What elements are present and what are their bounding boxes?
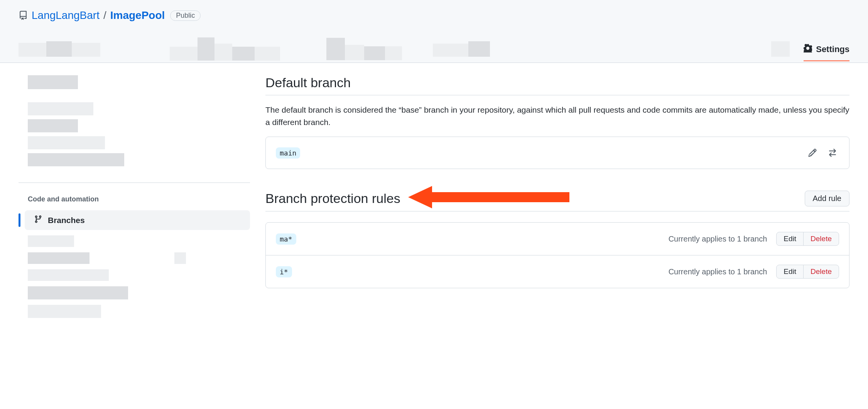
pencil-icon — [808, 148, 817, 157]
breadcrumb-owner-link[interactable]: LangLangBart — [32, 9, 100, 22]
sidebar-item-branches[interactable]: Branches — [25, 210, 250, 230]
git-branch-icon — [34, 215, 42, 225]
tab-settings[interactable]: Settings — [804, 37, 849, 61]
main-content: Default branch The default branch is con… — [265, 75, 849, 288]
repo-tabs: Settings — [19, 35, 849, 63]
protection-rule-row: ma* Currently applies to 1 branch Edit D… — [266, 223, 849, 255]
arrow-switch-icon — [828, 148, 837, 157]
sidebar-group-title: Code and automation — [19, 192, 250, 210]
breadcrumb-separator: / — [103, 9, 106, 22]
default-branch-description: The default branch is considered the “ba… — [265, 104, 849, 128]
protection-rules-list: ma* Currently applies to 1 branch Edit D… — [265, 222, 849, 288]
gear-icon — [804, 44, 812, 55]
default-branch-name: main — [276, 147, 300, 159]
repo-icon — [19, 11, 28, 20]
sidebar-item-label: Branches — [48, 216, 85, 225]
edit-rule-button[interactable]: Edit — [776, 265, 804, 279]
tab-settings-label: Settings — [816, 44, 849, 54]
protection-rules-heading: Branch protection rules — [265, 191, 400, 206]
protection-rule-row: i* Currently applies to 1 branch Edit De… — [266, 255, 849, 288]
rule-pattern: i* — [276, 266, 292, 277]
rename-branch-button[interactable] — [806, 146, 819, 159]
add-rule-button[interactable]: Add rule — [805, 191, 850, 206]
settings-sidebar: Code and automation Branches — [19, 75, 250, 323]
breadcrumb: LangLangBart / ImagePool Public — [19, 9, 849, 22]
delete-rule-button[interactable]: Delete — [803, 232, 839, 246]
repo-header: LangLangBart / ImagePool Public — [0, 0, 868, 63]
delete-rule-button[interactable]: Delete — [803, 265, 839, 279]
rule-applies-text: Currently applies to 1 branch — [669, 267, 767, 276]
breadcrumb-repo-link[interactable]: ImagePool — [110, 9, 165, 22]
edit-rule-button[interactable]: Edit — [776, 232, 804, 246]
default-branch-box: main — [265, 137, 849, 169]
switch-default-branch-button[interactable] — [826, 146, 839, 159]
visibility-badge: Public — [170, 10, 201, 21]
rule-applies-text: Currently applies to 1 branch — [669, 235, 767, 243]
default-branch-heading: Default branch — [265, 75, 849, 95]
rule-pattern: ma* — [276, 233, 296, 245]
